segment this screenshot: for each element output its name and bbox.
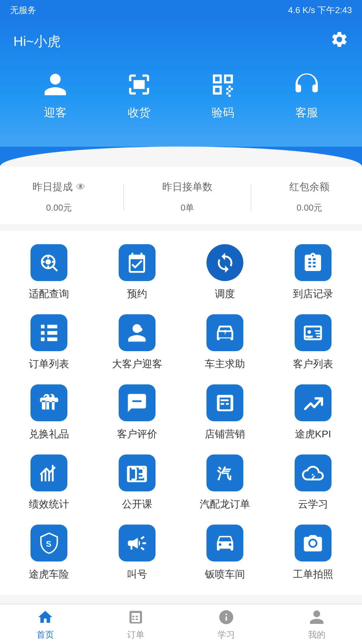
stat-divider-2 — [251, 184, 251, 211]
grid-item-qipeilong-order[interactable]: 汽 汽配龙订单 — [183, 454, 267, 511]
grid-label-tuhu-kpi: 途虎KPI — [295, 427, 331, 441]
top-menu-verify[interactable]: 验码 — [208, 69, 238, 120]
grid-item-store-marketing[interactable]: 店铺营销 — [183, 384, 267, 441]
wave-separator — [0, 147, 362, 167]
car-question-icon: ? — [206, 314, 243, 351]
svg-text:?: ? — [224, 330, 226, 335]
headset-icon — [292, 69, 322, 100]
nav-home[interactable]: 首页 — [0, 608, 90, 641]
grid-label-work-photo: 工单拍照 — [293, 568, 333, 581]
grid-section: 适配查询 预约 调度 到店记录 — [0, 231, 362, 595]
insurance-s-icon: S — [31, 525, 67, 561]
nav-home-label: 首页 — [37, 629, 54, 641]
qr-icon — [208, 69, 238, 100]
qipei-char-icon: 汽 — [206, 454, 243, 491]
top-menu-verify-label: 验码 — [212, 105, 234, 120]
grid-item-gift-exchange[interactable]: 兑换礼品 — [7, 384, 92, 441]
top-menu-welcome[interactable]: 迎客 — [40, 69, 70, 120]
grid-item-work-photo[interactable]: 工单拍照 — [271, 525, 356, 581]
id-card-icon — [295, 314, 331, 351]
target-search-icon — [31, 244, 67, 281]
megaphone-icon — [119, 525, 156, 561]
stats-section: 昨日提成 👁 0.00元 昨日接单数 0单 红包余额 0.00元 — [0, 167, 362, 224]
settings-button[interactable] — [330, 30, 349, 53]
nav-learning-label: 学习 — [218, 629, 235, 641]
top-menu: 迎客 收货 验码 客服 — [13, 69, 349, 120]
nav-learning[interactable]: 学习 — [181, 608, 272, 641]
grid-label-qipeilong-order: 汽配龙订单 — [200, 497, 250, 511]
feature-grid: 适配查询 预约 调度 到店记录 — [7, 244, 355, 581]
store-doc-icon — [206, 384, 243, 421]
grid-label-paint-workshop: 钣喷车间 — [205, 568, 245, 581]
status-signal: 无服务 — [10, 4, 36, 16]
stat-orders-label: 昨日接单数 — [162, 180, 213, 194]
grid-label-customer-list: 客户列表 — [293, 357, 333, 371]
person-heart-icon — [119, 314, 156, 351]
top-menu-welcome-label: 迎客 — [44, 105, 67, 120]
eye-icon[interactable]: 👁 — [76, 181, 85, 193]
grid-label-customer-review: 客户评价 — [117, 427, 157, 441]
grid-item-appointment[interactable]: 预约 — [95, 244, 180, 301]
cloud-pen-icon — [295, 454, 331, 491]
grid-item-vip-welcome[interactable]: 大客户迎客 — [95, 314, 180, 371]
grid-item-public-class[interactable]: 公开课 — [95, 454, 180, 511]
status-time: 4.6 K/s 下午2:43 — [288, 4, 352, 16]
nav-mine[interactable]: 我的 — [272, 608, 362, 641]
status-bar: 无服务 4.6 K/s 下午2:43 — [0, 0, 362, 20]
grid-label-store-marketing: 店铺营销 — [205, 427, 245, 441]
header: Hi~小虎 迎客 收货 — [0, 20, 362, 147]
swap-circle-icon — [206, 244, 243, 281]
svg-text:S: S — [46, 539, 51, 548]
grid-item-performance[interactable]: 绩效统计 — [7, 454, 92, 511]
svg-text:汽: 汽 — [217, 465, 232, 481]
top-menu-receive[interactable]: 收货 — [124, 69, 154, 120]
stat-orders: 昨日接单数 0单 — [162, 180, 213, 214]
top-menu-service[interactable]: 客服 — [292, 69, 322, 120]
nav-mine-label: 我的 — [308, 629, 325, 641]
grid-item-store-record[interactable]: 到店记录 — [271, 244, 356, 301]
grid-label-dispatch: 调度 — [215, 287, 235, 301]
stat-redpacket-value: 0.00元 — [297, 197, 322, 214]
calendar-check-icon — [119, 244, 156, 281]
grid-item-tuhu-insurance[interactable]: S 途虎车险 — [7, 525, 92, 581]
grid-label-vip-welcome: 大客户迎客 — [112, 357, 162, 371]
grid-item-call-number[interactable]: 叫号 — [95, 525, 180, 581]
chat-lines-icon — [119, 384, 156, 421]
grid-item-owner-help[interactable]: ? 车主求助 — [183, 314, 267, 371]
top-menu-receive-label: 收货 — [128, 105, 150, 120]
grid-item-tuhu-kpi[interactable]: 途虎KPI — [271, 384, 356, 441]
nav-order[interactable]: 订单 — [90, 608, 181, 641]
top-menu-service-label: 客服 — [295, 105, 318, 120]
car-wrench-icon — [206, 525, 243, 561]
trend-up-icon — [295, 384, 331, 421]
chart-bar-icon — [31, 454, 67, 491]
learning-icon — [217, 608, 236, 626]
bottom-navigation: 首页 订单 学习 我的 — [0, 604, 362, 644]
grid-item-fitment-query[interactable]: 适配查询 — [7, 244, 92, 301]
grid-label-store-record: 到店记录 — [293, 287, 333, 301]
grid-item-customer-review[interactable]: 客户评价 — [95, 384, 180, 441]
book-open-icon — [119, 454, 156, 491]
stat-redpacket: 红包余额 0.00元 — [289, 180, 329, 214]
grid-item-customer-list[interactable]: 客户列表 — [271, 314, 356, 371]
list-clipboard-icon — [295, 244, 331, 281]
scan-icon — [124, 69, 154, 100]
stat-commission: 昨日提成 👁 0.00元 — [33, 180, 85, 214]
grid-label-owner-help: 车主求助 — [205, 357, 245, 371]
grid-item-paint-workshop[interactable]: 钣喷车间 — [183, 525, 267, 581]
grid-list-icon — [31, 314, 67, 351]
greeting-text: Hi~小虎 — [13, 32, 61, 51]
stat-orders-value: 0单 — [181, 197, 194, 214]
grid-item-order-list[interactable]: 订单列表 — [7, 314, 92, 371]
grid-item-dispatch[interactable]: 调度 — [183, 244, 267, 301]
stat-divider-1 — [123, 184, 124, 211]
grid-label-tuhu-insurance: 途虎车险 — [29, 568, 69, 581]
grid-item-cloud-learning[interactable]: 云学习 — [271, 454, 356, 511]
stat-redpacket-label: 红包余额 — [289, 180, 329, 194]
mine-icon — [308, 608, 326, 626]
grid-label-cloud-learning: 云学习 — [298, 497, 328, 511]
svg-point-1 — [45, 259, 51, 264]
stat-commission-value: 0.00元 — [46, 197, 72, 214]
grid-label-call-number: 叫号 — [127, 568, 147, 581]
gift-icon — [31, 384, 67, 421]
